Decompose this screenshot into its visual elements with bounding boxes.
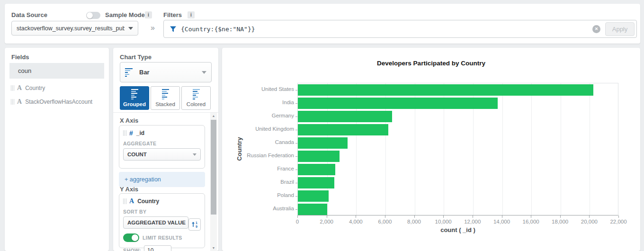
y-axis-tick-label: United Kingdom: [222, 126, 294, 132]
bar-france: [298, 164, 335, 175]
bar-brazil: [298, 177, 334, 188]
sample-mode-info-icon[interactable]: i: [145, 11, 152, 18]
x-tick-mark: [531, 215, 531, 218]
double-chevron-icon: »: [151, 24, 155, 32]
fields-list: ACountryAStackOverflowHasAccount: [5, 81, 109, 108]
x-axis-tick-label: 14,000: [485, 219, 519, 224]
x-axis-tick-label: 22,000: [602, 219, 635, 224]
drag-handle-icon: [123, 198, 126, 204]
x-axis-tick-label: 16,000: [514, 219, 547, 224]
x-tick-mark: [473, 215, 473, 218]
y-tick-mark: [295, 103, 297, 104]
x-axis-tick-label: 8,000: [398, 219, 431, 224]
string-type-icon: A: [17, 84, 22, 92]
chart-preview-panel: Developers Participated by Country Count…: [222, 48, 640, 251]
x-tick-mark: [297, 215, 298, 218]
clear-filter-icon[interactable]: ✕: [592, 25, 600, 33]
string-type-icon: A: [17, 98, 22, 106]
filters-info-icon[interactable]: i: [188, 11, 195, 18]
bar-chart-type-icon: [125, 68, 133, 77]
y-tick-mark: [295, 117, 297, 117]
bar-chart-icon: [162, 89, 169, 99]
y-axis-tick-label: Poland: [222, 192, 294, 198]
y-axis-tick-label: Canada: [222, 139, 294, 145]
add-aggregation-button[interactable]: + aggregation: [119, 172, 205, 187]
y-axis-field-row[interactable]: A Country: [119, 194, 205, 205]
field-item-label: Country: [25, 85, 45, 91]
bar-canada: [298, 137, 348, 149]
limit-results-label: LIMIT RESULTS: [143, 235, 182, 241]
sample-mode-label: Sample Mode: [105, 11, 145, 18]
y-tick-mark: [295, 209, 297, 210]
y-tick-mark: [295, 90, 297, 90]
apply-button[interactable]: Apply: [605, 22, 635, 36]
limit-results-toggle[interactable]: [123, 233, 139, 242]
y-axis-title: Y Axis: [120, 186, 138, 193]
sort-by-select[interactable]: AGGREGATED VALUE: [123, 216, 188, 229]
aggregate-value: COUNT: [127, 152, 147, 157]
scrollbar-thumb[interactable]: [211, 120, 216, 215]
field-search-input[interactable]: [18, 67, 101, 74]
y-axis-tick-label: India: [222, 99, 294, 105]
filter-input[interactable]: [181, 26, 592, 33]
gridline: [561, 83, 561, 215]
field-item-stackoverflowhasaccount[interactable]: AStackOverflowHasAccount: [5, 95, 109, 108]
drag-handle-icon: [123, 130, 126, 136]
x-axis-tick-label: 12,000: [456, 219, 489, 224]
scroll-down-icon[interactable]: ▼: [210, 246, 217, 250]
bar-russian-federation: [298, 151, 340, 162]
toggle-knob: [132, 234, 138, 241]
y-axis-tick-label: Germany: [222, 113, 294, 118]
field-item-country[interactable]: ACountry: [5, 81, 109, 95]
x-axis-tick-label: 6,000: [368, 219, 402, 224]
chart-subtype-buttons: GroupedStackedColored: [120, 86, 211, 110]
x-tick-mark: [589, 215, 590, 218]
field-item-label: StackOverflowHasAccount: [25, 99, 92, 105]
data-source-select[interactable]: stackoverflow_survey.survey_results_publ…: [11, 21, 138, 36]
y-axis-tick-label: United States: [222, 86, 294, 92]
chevron-down-icon: [202, 71, 206, 74]
chart-subtype-grouped[interactable]: Grouped: [120, 86, 149, 110]
y-axis-card: A Country SORT BY AGGREGATED VALUE 1 9 L…: [119, 193, 205, 248]
sort-direction-button[interactable]: 1 9: [188, 218, 201, 231]
chart-subtype-stacked[interactable]: Stacked: [151, 86, 180, 110]
x-axis-tick-label: 2,000: [310, 219, 343, 224]
svg-text:9: 9: [196, 225, 197, 228]
sort-by-value: AGGREGATED VALUE: [127, 220, 186, 225]
bar-chart-icon: [131, 89, 138, 99]
y-axis-tick-label: France: [222, 166, 294, 171]
sample-mode-toggle[interactable]: [86, 12, 100, 19]
chart-subtype-colored[interactable]: Colored: [181, 86, 211, 110]
x-axis-tick-label: 4,000: [339, 219, 372, 224]
chevron-down-icon: [193, 153, 197, 156]
x-tick-mark: [385, 215, 385, 218]
x-tick-mark: [618, 215, 619, 218]
x-axis-tick-label: 10,000: [427, 219, 460, 224]
divider: [113, 112, 218, 113]
scroll-up-icon[interactable]: ▲: [210, 114, 217, 117]
string-type-icon: A: [129, 197, 134, 205]
x-tick-mark: [327, 215, 327, 218]
chart-type-label: Chart Type: [120, 54, 152, 61]
x-axis-field-row[interactable]: # _id: [119, 126, 205, 137]
chart-subtype-label: Grouped: [123, 101, 146, 107]
bar-germany: [298, 111, 392, 122]
chevron-down-icon: [128, 27, 133, 30]
filter-input-container: ✕ Apply: [163, 20, 637, 38]
chart-type-select[interactable]: Bar: [120, 62, 212, 82]
chart-title: Developers Participated by Country: [222, 60, 640, 67]
y-tick-mark: [295, 130, 297, 130]
y-axis-tick-label: Australia: [222, 206, 294, 211]
x-tick-mark: [356, 215, 356, 218]
aggregate-select[interactable]: COUNT: [123, 148, 201, 161]
y-tick-mark: [295, 183, 297, 183]
drag-handle-icon: [11, 85, 14, 91]
show-limit-input[interactable]: [144, 245, 171, 251]
toggle-knob: [87, 12, 93, 18]
gridline: [531, 83, 532, 215]
x-tick-mark: [443, 215, 444, 218]
y-axis-tick-label: Russian Federation: [222, 152, 294, 158]
data-source-value: stackoverflow_survey.survey_results_publ…: [17, 25, 125, 32]
bar-united-states: [298, 84, 593, 96]
bar-united-kingdom: [298, 124, 388, 135]
